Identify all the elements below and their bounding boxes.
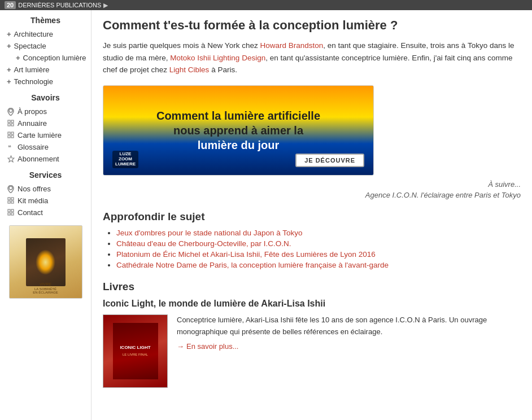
related-link-3[interactable]: Cathédrale Notre Dame de Paris, la conce…: [116, 261, 389, 269]
banner-advertisement[interactable]: Comment la lumière artificielle nous app…: [103, 85, 374, 176]
sidebar-label-art: Art lumière: [14, 65, 50, 74]
layout: Thèmes + Architecture + Spectacle + Conc…: [0, 10, 532, 420]
livres-section-title: Livres: [103, 281, 521, 293]
intro-paragraph: Je suis partie quelques mois à New York …: [103, 40, 521, 76]
sidebar-item-nos-offres[interactable]: Nos offres: [0, 183, 91, 195]
book-title: Iconic Light, le monde de lumière de Aka…: [103, 299, 521, 309]
following-text: À suivre...: [103, 180, 521, 189]
svg-rect-19: [11, 213, 14, 215]
sidebar-item-spectacle[interactable]: + Spectacle: [0, 40, 91, 52]
plus-icon: +: [7, 78, 11, 85]
related-links-list: Jeux d'ombres pour le stade national du …: [103, 229, 521, 269]
sidebar-label-carte-lumiere: Carte lumière: [18, 131, 62, 139]
sidebar-item-annuaire[interactable]: Annuaire: [0, 117, 91, 129]
book-item: ICONIC LIGHT LE LIVRE FINAL Conceptrice …: [103, 314, 521, 388]
map-icon: [7, 132, 15, 139]
related-link-0[interactable]: Jeux d'ombres pour le stade national du …: [116, 229, 303, 237]
svg-rect-15: [11, 201, 14, 203]
banner-logo: LUZE ZOOM LUMIERE: [112, 151, 138, 168]
grid3-icon: [7, 209, 15, 217]
plus-icon: +: [16, 54, 20, 62]
sidebar-item-a-propos[interactable]: À propos: [0, 106, 91, 117]
svg-rect-8: [11, 135, 14, 138]
svg-rect-18: [8, 213, 10, 215]
sidebar-item-kit-media[interactable]: Kit média: [0, 195, 91, 207]
plus-icon: +: [7, 30, 11, 38]
main-content: Comment t'es-tu formée à la conception l…: [91, 10, 532, 420]
grid-icon: [7, 120, 15, 128]
books-section: Iconic Light, le monde de lumière de Aka…: [103, 299, 521, 388]
sidebar-label-a-propos: À propos: [18, 107, 47, 116]
sidebar-label-spectacle: Spectacle: [14, 42, 46, 50]
quote-icon: ❝: [7, 143, 15, 151]
services-section-title: Services: [0, 165, 91, 183]
sidebar-label-conception: Conception lumière: [23, 54, 86, 62]
svg-rect-7: [8, 135, 10, 138]
sidebar-item-abonnement[interactable]: Abonnement: [0, 153, 91, 165]
svg-point-0: [9, 109, 12, 112]
svg-rect-1: [8, 120, 10, 123]
page-title: Comment t'es-tu formée à la conception l…: [103, 18, 521, 33]
sidebar-item-conception-lumiere[interactable]: + Conception lumière: [0, 52, 91, 64]
book-cover-image[interactable]: ICONIC LIGHT LE LIVRE FINAL: [103, 314, 168, 388]
svg-rect-5: [8, 132, 10, 134]
banner-line2: nous apprend à aimer la: [156, 123, 320, 138]
svg-point-11: [9, 186, 12, 190]
intro-part1: Je suis partie quelques mois à New York …: [103, 41, 260, 50]
book-glow: [36, 250, 55, 275]
sidebar-label-architecture: Architecture: [14, 30, 53, 38]
read-more-link[interactable]: → En savoir plus...: [177, 342, 239, 351]
sidebar-item-architecture[interactable]: + Architecture: [0, 28, 91, 40]
sidebar-item-glossaire[interactable]: ❝ Glossaire: [0, 141, 91, 153]
top-bar: 20 DERNIÈRES PUBLICATIONS ▶: [0, 0, 532, 10]
publications-count: 20: [5, 1, 16, 9]
svg-rect-4: [11, 124, 14, 126]
grid2-icon: [7, 197, 15, 205]
list-item: Jeux d'ombres pour le stade national du …: [116, 229, 521, 237]
intro-part4: à Paris.: [209, 65, 237, 74]
svg-marker-10: [8, 156, 14, 162]
sidebar-label-contact: Contact: [18, 208, 43, 217]
banner-line3: lumière du jour: [156, 138, 320, 152]
book-shape: [26, 238, 66, 286]
sidebar-item-carte-lumiere[interactable]: Carte lumière: [0, 129, 91, 141]
list-item: Platonium de Éric Michel et Akari-Lisa I…: [116, 250, 521, 259]
banner-discover-button[interactable]: JE DÉCOUVRE: [295, 154, 364, 167]
agency-text: Agence I.C.O.N. l'éclairage entre Paris …: [103, 191, 521, 199]
svg-rect-3: [8, 124, 10, 126]
svg-rect-13: [11, 198, 14, 200]
link-motoko-ishii[interactable]: Motoko Ishii Lighting Design: [170, 54, 265, 62]
themes-section-title: Thèmes: [0, 10, 91, 28]
arrow-icon: →: [177, 342, 184, 351]
book-cover-title: ICONIC LIGHT: [120, 345, 150, 351]
sidebar: Thèmes + Architecture + Spectacle + Conc…: [0, 10, 91, 420]
svg-rect-12: [8, 198, 10, 200]
location-icon: [7, 108, 15, 116]
related-link-2[interactable]: Platonium de Éric Michel et Akari-Lisa I…: [116, 250, 376, 259]
sidebar-book-promo[interactable]: VIVRE LA SOBRIÉTÉEN ÉCLAIRAGE: [0, 218, 91, 305]
link-howard-brandston[interactable]: Howard Brandston: [260, 41, 323, 50]
read-more-text: En savoir plus...: [186, 342, 239, 351]
approfondir-section-title: Approfondir le sujet: [103, 211, 521, 223]
related-link-1[interactable]: Château d'eau de Cherbourg-Octeville, pa…: [116, 239, 291, 248]
sidebar-label-kit-media: Kit média: [18, 196, 48, 205]
sidebar-item-contact[interactable]: Contact: [0, 207, 91, 218]
svg-rect-17: [11, 209, 14, 212]
svg-text:❝: ❝: [8, 144, 11, 151]
list-item: Château d'eau de Cherbourg-Octeville, pa…: [116, 239, 521, 248]
pin-icon: [7, 185, 15, 193]
book-cover-subtitle: LE LIVRE FINAL: [123, 353, 148, 357]
sidebar-label-nos-offres: Nos offres: [18, 185, 51, 193]
banner-logo-line3: LUMIERE: [115, 162, 136, 167]
list-item: Cathédrale Notre Dame de Paris, la conce…: [116, 261, 521, 269]
sidebar-item-art-lumiere[interactable]: + Art lumière: [0, 64, 91, 76]
sidebar-item-technologie[interactable]: + Technologie: [0, 76, 91, 88]
star-icon: [7, 155, 15, 163]
svg-rect-6: [11, 132, 14, 134]
arrow-icon: ▶: [103, 2, 108, 9]
sidebar-label-glossaire: Glossaire: [18, 143, 49, 151]
banner-line1: Comment la lumière artificielle: [156, 108, 320, 123]
svg-rect-2: [11, 120, 14, 123]
link-light-cibles[interactable]: Light Cibles: [169, 65, 210, 74]
publications-label: DERNIÈRES PUBLICATIONS: [18, 2, 101, 8]
